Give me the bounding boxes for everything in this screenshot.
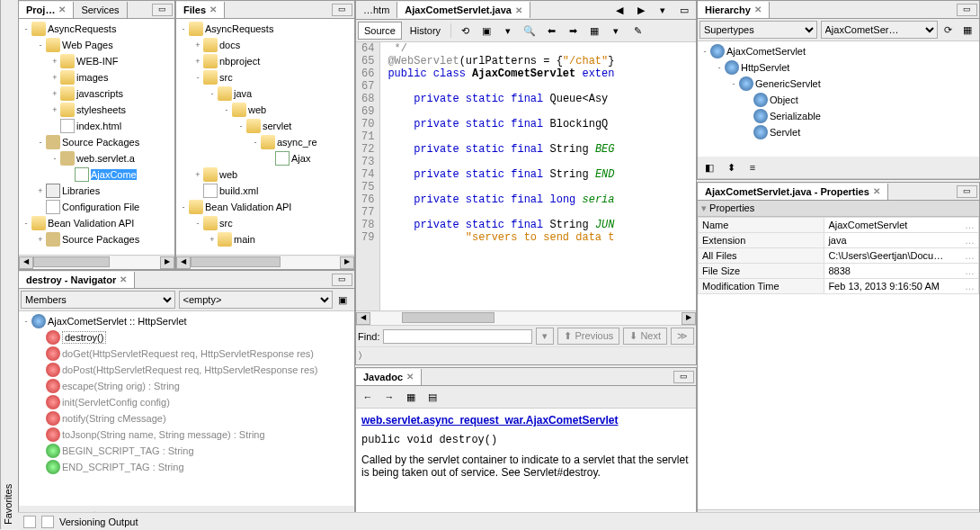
property-row[interactable]: File Size8838 …: [699, 264, 979, 279]
tab-hierarchy[interactable]: Hierarchy✕: [698, 2, 770, 18]
forward-icon[interactable]: →: [379, 388, 399, 406]
editor-tool-icon[interactable]: 🔍: [520, 22, 539, 40]
editor-tool-icon[interactable]: ⟲: [455, 22, 475, 40]
editor-tool-icon[interactable]: ▣: [477, 22, 496, 40]
nav-back-button[interactable]: ◀: [610, 1, 629, 19]
tree-item[interactable]: -src: [178, 69, 352, 85]
tree-item[interactable]: +javascripts: [21, 85, 173, 102]
tree-item[interactable]: Servlet: [699, 124, 977, 140]
tab-properties[interactable]: AjaxCometServlet.java - Properties✕: [698, 184, 888, 200]
minimize-button[interactable]: ▭: [332, 4, 352, 16]
tree-item[interactable]: Serializable: [699, 108, 977, 124]
hier-btn[interactable]: ◧: [699, 158, 719, 176]
hier-btn[interactable]: ≡: [743, 158, 762, 176]
find-input[interactable]: [383, 329, 532, 344]
tree-item[interactable]: +Source Packages: [21, 231, 173, 247]
source-button[interactable]: Source: [358, 22, 402, 40]
navigator-tree[interactable]: -AjaxCometServlet :: HttpServletdestroy(…: [19, 311, 354, 506]
hierarchy-tree[interactable]: -AjaxCometServlet-HttpServlet-GenericSer…: [698, 41, 979, 157]
view-icon[interactable]: ▦: [958, 21, 977, 39]
members-combo[interactable]: Members: [21, 291, 175, 309]
tree-item[interactable]: -AjaxCometServlet :: HttpServlet: [21, 313, 352, 329]
editor-tool-icon[interactable]: ⬅: [541, 22, 561, 40]
close-icon[interactable]: ✕: [58, 4, 66, 14]
tree-item[interactable]: toJsonp(String name, String message) : S…: [21, 427, 352, 443]
minimize-button[interactable]: ▭: [152, 4, 173, 16]
navigator-title[interactable]: destroy - Navigator✕: [19, 272, 135, 288]
close-icon[interactable]: ✕: [515, 5, 522, 15]
previous-button[interactable]: ⬆ Previous: [557, 328, 619, 345]
tree-item[interactable]: Ajax: [178, 150, 352, 166]
tree-item[interactable]: -java: [178, 85, 352, 102]
hier-btn[interactable]: ⬍: [721, 158, 741, 176]
tree-item[interactable]: -src: [178, 215, 352, 231]
tree-item[interactable]: +nbproject: [178, 53, 352, 69]
tree-item[interactable]: +docs: [178, 37, 352, 53]
tree-item[interactable]: index.html: [21, 118, 173, 134]
next-button[interactable]: ⬇ Next: [623, 328, 667, 345]
tab-projects[interactable]: Proj…✕: [19, 2, 74, 18]
tab-javadoc[interactable]: Javadoc✕: [356, 369, 422, 385]
tree-item[interactable]: -web: [178, 102, 352, 118]
minimize-button[interactable]: ▭: [673, 371, 694, 383]
tree-item[interactable]: -Bean Validation API: [21, 215, 173, 231]
editor-tool-icon[interactable]: ✎: [628, 22, 647, 40]
tree-item[interactable]: +Libraries: [21, 183, 173, 199]
property-row[interactable]: Modification TimeFeb 13, 2013 9:16:50 AM…: [699, 279, 979, 294]
javadoc-class-link[interactable]: web.servlet.async_request_war.AjaxCometS…: [361, 414, 618, 427]
close-icon[interactable]: ✕: [754, 4, 762, 14]
files-tree[interactable]: -AsyncRequests+docs+nbproject-src-java-w…: [176, 19, 354, 255]
tree-item[interactable]: Configuration File: [21, 199, 173, 215]
close-icon[interactable]: ✕: [209, 4, 217, 14]
projects-tree[interactable]: -AsyncRequests-Web Pages+WEB-INF+images+…: [19, 19, 174, 255]
tree-item[interactable]: -servlet: [178, 118, 352, 134]
find-dropdown[interactable]: ▾: [536, 328, 554, 345]
tab-htm[interactable]: …htm: [356, 2, 397, 18]
tree-item[interactable]: escape(String orig) : String: [21, 378, 352, 394]
tab-ajaxcomet[interactable]: AjaxCometServlet.java✕: [397, 2, 530, 18]
tree-item[interactable]: +images: [21, 69, 173, 85]
empty-combo[interactable]: <empty>: [179, 291, 334, 309]
tree-item[interactable]: BEGIN_SCRIPT_TAG : String: [21, 443, 352, 459]
tree-item[interactable]: -Web Pages: [21, 37, 173, 53]
tree-item[interactable]: END_SCRIPT_TAG : String: [21, 459, 352, 475]
code-editor[interactable]: 64656667686970717273747576777879 */ @Web…: [356, 42, 696, 310]
scrollbar[interactable]: ◀▶: [19, 255, 174, 269]
tree-item[interactable]: AjaxCome: [21, 166, 173, 183]
tree-item[interactable]: notify(String cMessage): [21, 410, 352, 427]
history-button[interactable]: History: [404, 22, 447, 40]
refresh-icon[interactable]: ⟳: [938, 21, 958, 39]
tree-item[interactable]: +stylesheets: [21, 102, 173, 118]
tree-item[interactable]: -AjaxCometServlet: [699, 43, 977, 59]
tab-files[interactable]: Files✕: [176, 2, 225, 18]
property-row[interactable]: All FilesC:\Users\Geertjan\Docu… …: [699, 248, 979, 264]
supertypes-combo[interactable]: Supertypes: [699, 21, 817, 39]
minimize-button[interactable]: ▭: [332, 274, 352, 286]
scrollbar[interactable]: ◀▶: [356, 310, 696, 325]
tree-item[interactable]: -HttpServlet: [699, 59, 977, 76]
editor-tool-icon[interactable]: ▾: [498, 22, 518, 40]
tree-item[interactable]: -AsyncRequests: [21, 21, 173, 37]
minimize-button[interactable]: ▭: [957, 185, 977, 198]
minimize-button[interactable]: ▭: [957, 4, 977, 16]
tree-item[interactable]: init(ServletConfig config): [21, 394, 352, 410]
tree-item[interactable]: Object: [699, 92, 977, 108]
tree-item[interactable]: -AsyncRequests: [178, 21, 352, 37]
nav-fwd-button[interactable]: ▶: [631, 1, 651, 19]
close-icon[interactable]: ✕: [873, 186, 880, 196]
tree-item[interactable]: destroy(): [21, 329, 352, 346]
tree-item[interactable]: build.xml: [178, 183, 352, 199]
browser-icon[interactable]: ▦: [401, 388, 421, 406]
tree-item[interactable]: -Source Packages: [21, 134, 173, 150]
editor-tool-icon[interactable]: ➡: [563, 22, 583, 40]
back-icon[interactable]: ←: [358, 388, 378, 406]
favorites-tab[interactable]: Favorites: [0, 0, 18, 529]
class-combo[interactable]: AjaxCometSer…: [821, 21, 939, 39]
dropdown-button[interactable]: ▾: [653, 1, 673, 19]
tree-item[interactable]: -web.servlet.a: [21, 150, 173, 166]
tab-services[interactable]: Services: [74, 2, 127, 18]
property-row[interactable]: NameAjaxCometServlet …: [699, 218, 979, 233]
tree-item[interactable]: doPost(HttpServletRequest req, HttpServl…: [21, 362, 352, 378]
scrollbar[interactable]: ◀▶: [176, 255, 354, 269]
close-icon[interactable]: ✕: [120, 274, 127, 284]
